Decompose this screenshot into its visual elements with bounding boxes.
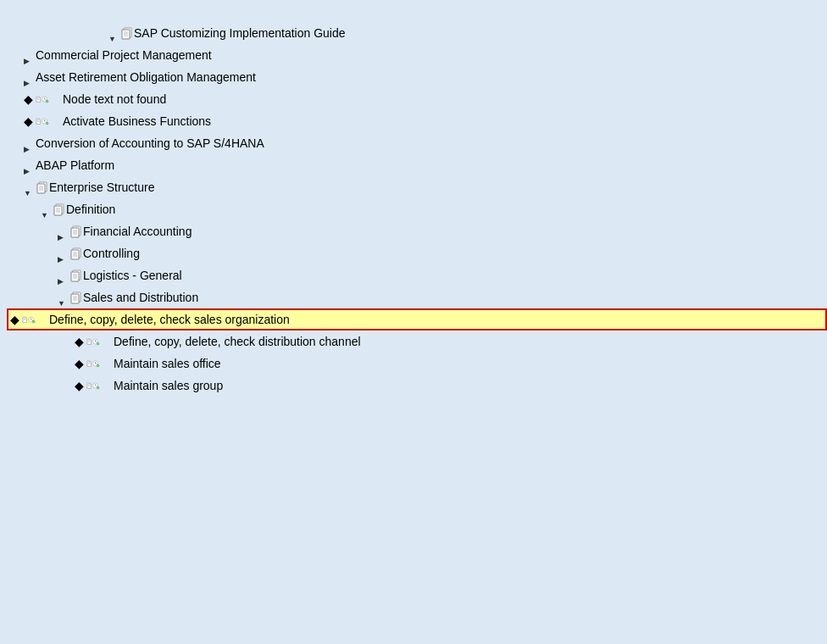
svg-rect-6 [36,97,41,103]
node-label: Node text not found [63,90,166,108]
tree-item-asset[interactable]: Asset Retirement Obligation Management [7,66,827,88]
svg-rect-1 [122,30,130,39]
arrow-right-icon[interactable] [24,50,34,60]
doc-double-icon [69,291,83,304]
doc-clock-icon [22,313,49,326]
arrow-down-icon[interactable] [24,182,34,192]
bullet-placeholder: ◆ [75,354,86,373]
node-label: Maintain sales office [114,354,221,373]
doc-clock-icon [36,114,63,128]
svg-rect-42 [71,272,79,281]
panel-title [0,8,827,22]
arrow-right-icon[interactable] [24,160,34,170]
tree-item-definition[interactable]: Definition [7,198,827,220]
tree-item-maintain-sales-office[interactable]: ◆ Maintain sales office [7,353,827,375]
node-label: Asset Retirement Obligation Management [36,68,256,86]
doc-double-icon [69,225,83,238]
tree-item-abap[interactable]: ABAP Platform [7,154,827,176]
node-label: Enterprise Structure [49,178,155,197]
node-label: Define, copy, delete, check distribution… [114,332,361,351]
tree-item-root[interactable]: SAP Customizing Implementation Guide [7,22,827,44]
svg-rect-32 [71,228,79,237]
tree-container: SAP Customizing Implementation Guide Com… [0,22,827,397]
bullet-placeholder: ◆ [10,310,22,329]
node-label: Commercial Project Management [36,46,212,64]
svg-rect-76 [87,384,92,389]
bullet-placeholder: ◆ [24,112,36,130]
doc-clock-icon [86,379,114,392]
main-panel: SAP Customizing Implementation Guide Com… [0,0,827,644]
bullet-placeholder: ◆ [75,332,86,351]
svg-rect-68 [87,362,92,367]
bullet-placeholder: ◆ [24,90,36,108]
doc-clock-icon [36,92,63,106]
arrow-right-icon[interactable] [58,248,68,258]
tree-item-commercial[interactable]: Commercial Project Management [7,44,827,66]
svg-rect-27 [54,206,62,215]
doc-double-icon [69,269,83,282]
node-label: Activate Business Functions [63,112,211,130]
arrow-down-icon[interactable] [108,28,119,38]
tree: SAP Customizing Implementation Guide Com… [0,22,827,397]
arrow-right-icon[interactable] [58,226,68,236]
doc-clock-icon [86,335,114,348]
node-label: Financial Accounting [83,222,191,241]
node-label: Define, copy, delete, check sales organi… [49,310,290,329]
tree-item-controlling[interactable]: Controlling [7,242,827,264]
node-label: ABAP Platform [36,156,114,175]
node-label: Logistics - General [83,266,182,285]
bullet-placeholder: ◆ [75,376,86,395]
doc-double-icon [53,203,66,216]
doc-double-icon [36,180,49,194]
doc-double-icon [69,247,83,260]
tree-item-financial[interactable]: Financial Accounting [7,220,827,242]
tree-item-sales-dist[interactable]: Sales and Distribution [7,286,827,308]
arrow-right-icon[interactable] [24,138,34,148]
node-label: Maintain sales group [114,376,223,395]
doc-double-icon [120,26,134,40]
svg-rect-52 [23,318,27,323]
arrow-down-icon[interactable] [41,204,51,214]
svg-rect-60 [87,340,92,345]
arrow-down-icon[interactable] [58,292,68,303]
svg-rect-47 [71,294,79,303]
tree-item-enterprise[interactable]: Enterprise Structure [7,176,827,198]
tree-item-maintain-sales-group[interactable]: ◆ Maintain sales group [7,375,827,397]
tree-item-define-dist-channel[interactable]: ◆ Define, copy, delete, check distributi… [7,330,827,353]
node-label: SAP Customizing Implementation Guide [134,24,346,42]
svg-rect-37 [71,250,79,259]
node-label: Conversion of Accounting to SAP S/4HANA [36,134,264,153]
node-label: Definition [66,200,115,219]
node-label: Controlling [83,244,140,263]
tree-item-activate[interactable]: ◆ Activate Business Functions [7,110,827,132]
svg-rect-22 [37,184,45,193]
arrow-right-icon[interactable] [24,72,34,82]
tree-item-node-not-found[interactable]: ◆ Node text not found [7,88,827,110]
doc-clock-icon [86,357,114,370]
node-label: Sales and Distribution [83,288,198,307]
tree-item-logistics[interactable]: Logistics - General [7,264,827,286]
svg-rect-14 [36,119,41,125]
tree-item-define-sales-org[interactable]: ◆ Define, copy, delete, check sales orga… [7,308,827,330]
tree-item-conversion[interactable]: Conversion of Accounting to SAP S/4HANA [7,132,827,154]
arrow-right-icon[interactable] [58,270,68,280]
